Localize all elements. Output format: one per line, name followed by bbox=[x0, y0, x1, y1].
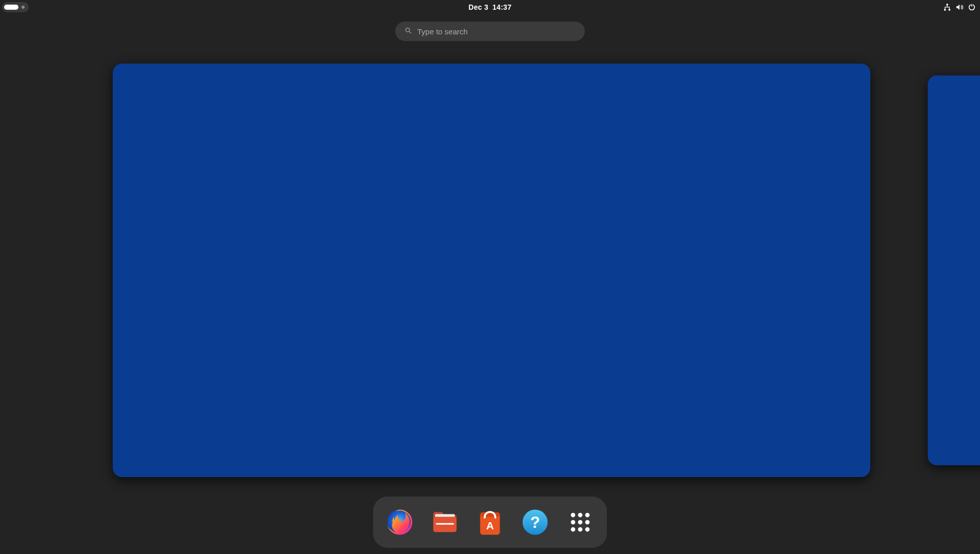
svg-rect-4 bbox=[945, 7, 950, 7]
firefox-icon bbox=[385, 508, 414, 537]
clock-time: 14:37 bbox=[493, 3, 512, 11]
svg-point-29 bbox=[578, 527, 583, 532]
workspace-indicator[interactable] bbox=[2, 2, 29, 12]
workspace-thumbnail-1[interactable] bbox=[113, 64, 870, 477]
svg-point-11 bbox=[406, 28, 410, 32]
activities-overview bbox=[0, 64, 980, 477]
dock-app-firefox[interactable] bbox=[384, 507, 415, 538]
dock-app-help[interactable]: ? bbox=[520, 507, 550, 538]
workspace-dot bbox=[22, 6, 25, 9]
svg-point-26 bbox=[578, 520, 583, 525]
svg-rect-0 bbox=[946, 4, 948, 5]
svg-text:?: ? bbox=[530, 513, 540, 531]
svg-point-25 bbox=[571, 520, 576, 525]
files-icon bbox=[431, 508, 459, 537]
help-icon: ? bbox=[521, 508, 549, 537]
svg-rect-5 bbox=[945, 7, 945, 9]
clock-date: Dec 3 bbox=[468, 3, 488, 11]
svg-rect-6 bbox=[949, 7, 950, 9]
svg-rect-1 bbox=[944, 9, 946, 10]
svg-rect-10 bbox=[971, 4, 972, 7]
workspace-pill-active bbox=[4, 5, 18, 10]
power-icon bbox=[968, 3, 976, 11]
svg-line-12 bbox=[409, 31, 411, 33]
svg-rect-2 bbox=[949, 9, 950, 10]
search-field[interactable] bbox=[395, 22, 585, 41]
workspace-thumbnail-2[interactable] bbox=[928, 75, 980, 465]
svg-point-27 bbox=[585, 520, 590, 525]
svg-point-24 bbox=[585, 513, 590, 518]
svg-point-28 bbox=[571, 527, 576, 532]
search-input[interactable] bbox=[417, 27, 576, 36]
dock-app-files[interactable] bbox=[430, 507, 460, 538]
status-area[interactable] bbox=[943, 0, 976, 14]
dash: A ? bbox=[373, 497, 607, 548]
search-container bbox=[395, 22, 585, 41]
top-bar: Dec 3 14:37 bbox=[0, 0, 980, 14]
dock-show-apps[interactable] bbox=[565, 507, 596, 538]
svg-point-22 bbox=[571, 513, 576, 518]
dock-app-software[interactable]: A bbox=[475, 507, 505, 538]
svg-point-23 bbox=[578, 513, 583, 518]
svg-text:A: A bbox=[486, 520, 494, 531]
clock[interactable]: Dec 3 14:37 bbox=[468, 3, 512, 11]
search-icon bbox=[404, 27, 412, 36]
svg-rect-18 bbox=[480, 512, 500, 517]
svg-point-30 bbox=[585, 527, 590, 532]
network-wired-icon bbox=[943, 3, 951, 11]
svg-rect-15 bbox=[436, 523, 454, 525]
apps-grid-icon bbox=[566, 508, 595, 537]
volume-icon bbox=[955, 3, 964, 11]
svg-rect-16 bbox=[435, 514, 455, 517]
shopping-bag-icon: A bbox=[476, 508, 504, 537]
